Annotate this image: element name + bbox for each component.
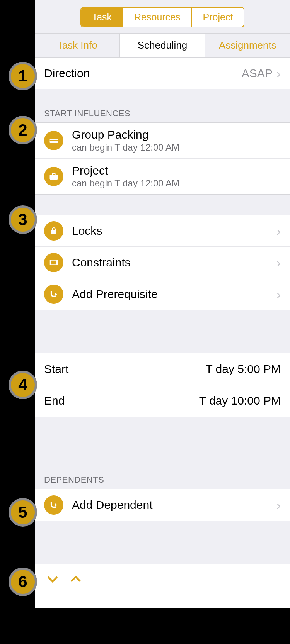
- chevron-right-icon: ›: [276, 224, 281, 237]
- influence-title: Project: [72, 164, 179, 177]
- lock-icon: [44, 221, 63, 241]
- prerequisite-arrow-icon: [44, 285, 63, 304]
- direction-value: ASAP: [242, 67, 273, 80]
- svg-rect-1: [50, 140, 58, 141]
- spacer: [35, 195, 290, 215]
- callout-badge-5: 5: [9, 498, 37, 527]
- add-dependent-label: Add Dependent: [72, 498, 276, 512]
- spacer: [35, 310, 290, 353]
- start-label: Start: [44, 363, 205, 376]
- direction-row[interactable]: Direction ASAP ›: [35, 58, 290, 89]
- start-influences-group: Group Packing can begin T day 12:00 AM P…: [35, 122, 290, 195]
- chevron-right-icon: ›: [276, 288, 281, 301]
- group-icon: [44, 131, 63, 150]
- segmented-control: Task Resources Project: [80, 7, 245, 27]
- svg-rect-0: [50, 139, 58, 143]
- direction-group: Direction ASAP ›: [35, 58, 290, 89]
- dependent-arrow-icon: [44, 495, 63, 515]
- start-influences-header: START INFLUENCES: [35, 89, 290, 122]
- influence-subtitle: can begin T day 12:00 AM: [72, 178, 179, 189]
- locks-row[interactable]: Locks ›: [35, 215, 290, 247]
- briefcase-icon: [44, 167, 63, 186]
- chevron-right-icon: ›: [276, 498, 281, 512]
- start-value: T day 5:00 PM: [205, 363, 281, 376]
- subtabs: Task Info Scheduling Assignments: [35, 33, 290, 58]
- add-dependent-row[interactable]: Add Dependent ›: [35, 489, 290, 521]
- start-row[interactable]: Start T day 5:00 PM: [35, 353, 290, 385]
- times-group: Start T day 5:00 PM End T day 10:00 PM: [35, 353, 290, 417]
- inspector-panel: Task Resources Project Task Info Schedul…: [35, 0, 290, 608]
- scheduling-links-group: Locks › Constraints › Add Prerequisite ›: [35, 215, 290, 310]
- dependents-header: DEPENDENTS: [35, 417, 290, 489]
- up-arrow-button[interactable]: [69, 572, 83, 590]
- tab-task-info[interactable]: Task Info: [35, 34, 119, 57]
- chevron-right-icon: ›: [276, 67, 281, 80]
- dependents-group: Add Dependent ›: [35, 489, 290, 521]
- chevron-right-icon: ›: [276, 256, 281, 269]
- svg-rect-5: [50, 261, 57, 264]
- influence-row-project[interactable]: Project can begin T day 12:00 AM: [35, 159, 290, 194]
- influence-row-group[interactable]: Group Packing can begin T day 12:00 AM: [35, 123, 290, 159]
- down-arrow-button[interactable]: [46, 572, 60, 590]
- end-value: T day 10:00 PM: [199, 394, 281, 407]
- segment-task[interactable]: Task: [81, 8, 123, 27]
- add-prerequisite-label: Add Prerequisite: [72, 288, 276, 301]
- callout-badge-6: 6: [9, 568, 37, 596]
- end-row[interactable]: End T day 10:00 PM: [35, 385, 290, 417]
- constraint-icon: [44, 253, 63, 272]
- svg-rect-2: [50, 175, 58, 180]
- tab-assignments[interactable]: Assignments: [205, 34, 290, 57]
- callout-badge-2: 2: [9, 116, 37, 144]
- constraints-row[interactable]: Constraints ›: [35, 247, 290, 278]
- callout-badge-3: 3: [9, 205, 37, 234]
- segment-project[interactable]: Project: [192, 8, 244, 27]
- direction-label: Direction: [44, 67, 242, 80]
- end-label: End: [44, 394, 199, 407]
- influence-subtitle: can begin T day 12:00 AM: [72, 142, 179, 153]
- svg-rect-4: [53, 174, 55, 175]
- callout-badge-4: 4: [9, 371, 37, 399]
- constraints-label: Constraints: [72, 256, 276, 269]
- segment-resources[interactable]: Resources: [123, 8, 192, 27]
- segmented-control-wrap: Task Resources Project: [35, 0, 290, 33]
- bottom-toolbar: [35, 564, 290, 608]
- callout-badge-1: 1: [9, 62, 37, 90]
- tab-scheduling[interactable]: Scheduling: [119, 34, 205, 57]
- influence-title: Group Packing: [72, 128, 179, 141]
- locks-label: Locks: [72, 224, 276, 237]
- add-prerequisite-row[interactable]: Add Prerequisite ›: [35, 278, 290, 310]
